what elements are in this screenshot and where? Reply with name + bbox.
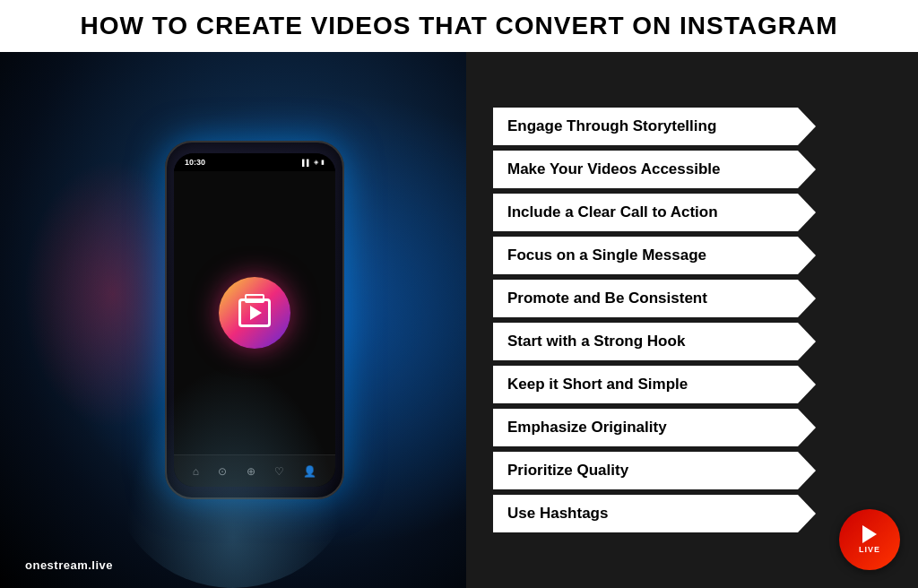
logo-play-icon — [862, 525, 877, 543]
phone-section: 10:30 ▌▌ ◈ ▮ — [0, 52, 466, 588]
arrow-shape: Start with a Strong Hook — [493, 323, 816, 360]
list-item-label: Promote and Be Consistent — [507, 290, 707, 307]
list-item: Focus on a Single Message — [493, 237, 900, 274]
arrow-shape: Use Hashtags — [493, 495, 816, 532]
onestream-logo-badge: LIVE — [839, 509, 900, 570]
arrow-shape: Keep it Short and Simple — [493, 366, 816, 403]
list-item-label: Engage Through Storytelling — [507, 117, 716, 135]
signal-icon: ▌▌ — [302, 160, 311, 166]
brand-name: onestream.live — [25, 558, 113, 572]
header-bar: HOW TO CREATE VIDEOS THAT CONVERT ON INS… — [0, 0, 918, 52]
reel-inner — [232, 290, 277, 335]
page-title: HOW TO CREATE VIDEOS THAT CONVERT ON INS… — [80, 12, 837, 40]
status-time: 10:30 — [185, 158, 205, 167]
list-item-label: Include a Clear Call to Action — [507, 203, 718, 221]
hand-overlay — [108, 337, 359, 588]
arrow-shape: Include a Clear Call to Action — [493, 194, 816, 231]
list-section: Engage Through StorytellingMake Your Vid… — [466, 52, 918, 588]
list-item-label: Emphasize Originality — [507, 419, 667, 437]
battery-icon: ▮ — [321, 159, 325, 166]
list-item-label: Make Your Videos Accessible — [507, 160, 721, 178]
arrow-shape: Engage Through Storytelling — [493, 108, 816, 145]
reel-box — [238, 298, 271, 327]
list-item: Prioritize Quality — [493, 452, 900, 489]
list-item: Emphasize Originality — [493, 409, 900, 446]
arrow-shape: Focus on a Single Message — [493, 237, 816, 274]
main-content: 10:30 ▌▌ ◈ ▮ — [0, 52, 918, 588]
list-item-label: Use Hashtags — [507, 505, 608, 523]
arrow-shape: Prioritize Quality — [493, 452, 816, 489]
list-item-label: Keep it Short and Simple — [507, 376, 688, 393]
status-icons: ▌▌ ◈ ▮ — [302, 159, 325, 166]
list-item: Include a Clear Call to Action — [493, 194, 900, 231]
arrow-shape: Emphasize Originality — [493, 409, 816, 446]
list-item: Promote and Be Consistent — [493, 280, 900, 317]
logo-live-label: LIVE — [859, 545, 880, 554]
arrow-shape: Make Your Videos Accessible — [493, 151, 816, 188]
status-bar: 10:30 ▌▌ ◈ ▮ — [174, 153, 335, 171]
list-item: Use Hashtags — [493, 495, 900, 532]
list-item-label: Prioritize Quality — [507, 462, 628, 480]
list-item-label: Focus on a Single Message — [507, 246, 706, 264]
list-item: Engage Through Storytelling — [493, 108, 900, 145]
list-item: Keep it Short and Simple — [493, 366, 900, 403]
wifi-icon: ◈ — [314, 159, 318, 166]
play-triangle — [250, 306, 262, 320]
list-item-label: Start with a Strong Hook — [507, 333, 685, 350]
list-item: Start with a Strong Hook — [493, 323, 900, 360]
arrow-shape: Promote and Be Consistent — [493, 280, 816, 317]
list-item: Make Your Videos Accessible — [493, 151, 900, 188]
